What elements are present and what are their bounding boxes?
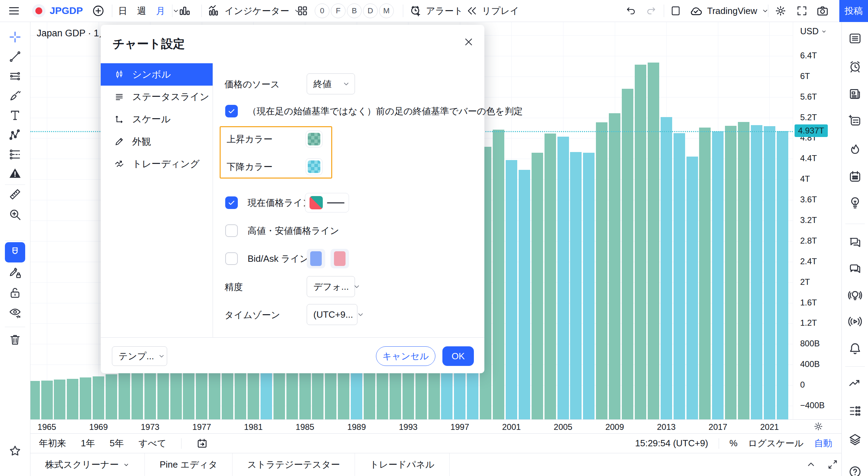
cloud-account-button[interactable]: TradingView: [689, 0, 769, 22]
chart-legend[interactable]: Japan GDP · 1月: [37, 27, 108, 39]
sidebar-item-hotlists[interactable]: [848, 143, 862, 157]
panel-open-button[interactable]: [805, 459, 817, 471]
sidebar-item-market-moves[interactable]: [848, 377, 862, 391]
settings-tab-ステータスライン[interactable]: ステータスライン: [101, 86, 213, 108]
log-scale-button[interactable]: ログスケール: [748, 437, 804, 449]
range-すべて-button[interactable]: すべて: [138, 437, 166, 449]
brush-tool[interactable]: [5, 86, 25, 106]
currency-selector[interactable]: USD: [800, 26, 827, 36]
chart-style-button[interactable]: [178, 0, 191, 22]
layout-badge-F[interactable]: F: [331, 3, 346, 18]
ruler-tool[interactable]: [5, 184, 25, 204]
zoom-in-tool[interactable]: [5, 204, 25, 225]
undo-button[interactable]: [625, 0, 636, 22]
dialog-close-button[interactable]: [463, 36, 475, 49]
settings-button[interactable]: [774, 0, 787, 22]
magnet-tool[interactable]: [5, 242, 25, 262]
sidebar-item-watchlist[interactable]: [848, 31, 862, 45]
alert-button[interactable]: アラート: [409, 0, 463, 22]
layout-badge-B[interactable]: B: [347, 3, 362, 18]
ok-button[interactable]: OK: [442, 346, 474, 366]
sidebar-item-object-tree[interactable]: [848, 432, 862, 446]
range-5年-button[interactable]: 5年: [109, 437, 123, 449]
sidebar-item-dom-panel[interactable]: [848, 404, 862, 418]
sidebar-item-ideas[interactable]: [848, 196, 862, 210]
sidebar-item-public-chat[interactable]: [848, 235, 862, 249]
drawing-mode-lock-tool[interactable]: [5, 262, 25, 283]
goto-date-button[interactable]: [196, 438, 208, 449]
settings-tab-トレーディング[interactable]: トレーディング: [101, 153, 213, 175]
template-select[interactable]: テンプ...: [112, 346, 167, 366]
indicators-button[interactable]: インジケーター: [208, 0, 301, 22]
screenshot-button[interactable]: [816, 0, 829, 22]
ask-color-swatch[interactable]: [330, 249, 349, 268]
redo-button[interactable]: [646, 0, 657, 22]
sidebar-item-data-window[interactable]: [848, 114, 862, 128]
sidebar-item-live-streams[interactable]: [848, 315, 862, 329]
hide-drawings-tool[interactable]: [5, 302, 25, 323]
price-line-style-button[interactable]: [305, 193, 349, 212]
precision-select[interactable]: デフォ...: [307, 276, 355, 297]
settings-tab-スケール[interactable]: スケール: [101, 108, 213, 130]
publish-button[interactable]: 投稿: [839, 0, 868, 22]
compare-add-button[interactable]: [92, 0, 105, 22]
warning-tool[interactable]: [5, 163, 25, 183]
main-menu-button[interactable]: [8, 0, 20, 22]
layout-badge-D[interactable]: D: [363, 3, 378, 18]
bid-ask-line-checkbox[interactable]: [225, 252, 238, 265]
time-axis[interactable]: 1965196919731977198119851989199319972001…: [30, 419, 841, 433]
symbol-button[interactable]: JPGDP: [32, 0, 83, 22]
cursor-crosshair-tool[interactable]: [5, 27, 25, 47]
clock[interactable]: 15:29:54 (UTC+9): [635, 438, 708, 449]
price-axis[interactable]: USD 6.4T6T5.6T5.2T4.8T4.4T4T3.6T3.2T2.8T…: [793, 22, 841, 419]
bid-color-swatch[interactable]: [307, 249, 325, 268]
fullscreen-button[interactable]: [796, 0, 808, 22]
auto-scale-button[interactable]: 自動: [814, 437, 832, 449]
trend-line-tool[interactable]: [5, 46, 25, 67]
sidebar-item-help[interactable]: [848, 465, 862, 476]
bottom-tab-株式スクリーナー[interactable]: 株式スクリーナー: [30, 453, 145, 476]
price-source-select[interactable]: 終値: [307, 73, 355, 94]
settings-tab-シンボル[interactable]: シンボル: [101, 63, 213, 86]
range-1年-button[interactable]: 1年: [81, 437, 95, 449]
panel-maximize-button[interactable]: [827, 459, 838, 471]
lock-drawings-tool[interactable]: [5, 283, 25, 303]
save-layout-button[interactable]: [670, 0, 681, 22]
bottom-tab-Pine エディタ[interactable]: Pine エディタ: [145, 453, 233, 476]
bottom-tab-ストラテジーテスター[interactable]: ストラテジーテスター: [233, 453, 355, 476]
sidebar-item-ideas-stream[interactable]: [848, 288, 862, 302]
projection-tool[interactable]: [5, 144, 25, 165]
tab-label: 外観: [132, 135, 151, 148]
layout-badge-0[interactable]: 0: [315, 3, 329, 18]
sidebar-item-news[interactable]: [848, 87, 862, 101]
text-tool[interactable]: [5, 105, 25, 125]
replay-button[interactable]: リプレイ: [466, 0, 519, 22]
bottom-tab-トレードパネル[interactable]: トレードパネル: [355, 453, 450, 476]
layout-badge-M[interactable]: M: [379, 3, 394, 18]
cancel-button[interactable]: キャンセル: [376, 346, 435, 366]
high-low-line-checkbox[interactable]: [225, 224, 238, 237]
timezone-select[interactable]: (UTC+9...: [307, 304, 357, 325]
horizontal-lines-tool[interactable]: [5, 66, 25, 86]
down-color-swatch[interactable]: [306, 158, 322, 175]
interval-日-button[interactable]: 日: [115, 3, 130, 19]
favorites-star[interactable]: [5, 441, 25, 461]
axis-settings-button[interactable]: [813, 421, 824, 433]
sidebar-item-private-chat[interactable]: [848, 261, 862, 275]
prev-close-color-checkbox[interactable]: [225, 105, 238, 117]
up-color-swatch[interactable]: [306, 131, 322, 147]
range-年初来-button[interactable]: 年初来: [39, 437, 66, 449]
percent-scale-button[interactable]: %: [730, 438, 738, 449]
sidebar-item-alerts[interactable]: [848, 59, 862, 73]
price-line-checkbox[interactable]: [225, 196, 238, 209]
settings-tab-外観[interactable]: 外観: [101, 130, 213, 153]
sidebar-item-notifications[interactable]: [848, 341, 862, 355]
layout-grid-button[interactable]: [297, 0, 308, 22]
expand-icon: [827, 459, 838, 470]
remove-drawings-tool[interactable]: [5, 330, 25, 350]
xabcd-pattern-tool[interactable]: [5, 125, 25, 145]
price-tick: 3.6T: [800, 195, 817, 204]
sidebar-item-economic-calendar[interactable]: [848, 170, 862, 183]
interval-週-button[interactable]: 週: [134, 3, 149, 19]
interval-月-button[interactable]: 月: [153, 3, 168, 19]
